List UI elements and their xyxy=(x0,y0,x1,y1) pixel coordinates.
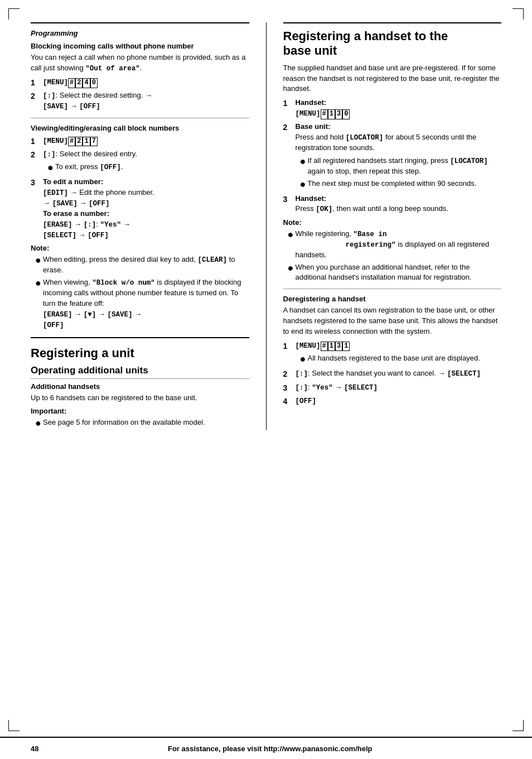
registering-step-3: 3 Handset: Press [OK], then wait until a… xyxy=(283,194,502,215)
reg-step-2-bullet-2: ● The next step must be completed within… xyxy=(300,179,502,189)
right-column: Registering a handset to thebase unit Th… xyxy=(267,22,502,430)
deregistering-intro: A handset can cancel its own registratio… xyxy=(283,305,502,337)
viewing-step-2-bullet-1: ● To exit, press [OFF]. xyxy=(47,162,249,172)
additional-handsets-title: Additional handsets xyxy=(31,382,249,391)
blocking-note-1: ● When editing, press the desired dial k… xyxy=(35,254,249,276)
registering-handset-title: Registering a handset to thebase unit xyxy=(283,29,502,59)
left-column: Programming Blocking incoming calls with… xyxy=(31,22,267,430)
additional-handsets-text: Up to 6 handsets can be registered to th… xyxy=(31,393,249,403)
registering-step-2-bullets: ● If all registered handsets start ringi… xyxy=(300,156,502,189)
corner-mark-bl xyxy=(8,720,20,731)
divider-registering-unit xyxy=(31,337,249,338)
section-title: Programming xyxy=(31,29,249,37)
registering-steps: 1 Handset: [MENU]#130 2 Base unit: Press… xyxy=(283,98,502,214)
divider-deregistering xyxy=(283,289,502,289)
corner-mark-tr xyxy=(512,8,524,20)
important-bullets: ● See page 5 for information on the avai… xyxy=(35,417,249,428)
content-area: Programming Blocking incoming calls with… xyxy=(0,22,532,430)
blocking-note-2: ● When viewing, "Block w/o num" is displ… xyxy=(35,277,249,330)
viewing-steps: 1 [MENU]#217 2 [↕]: Select the desired e… xyxy=(31,136,249,241)
footer-text: For assistance, please visit http://www.… xyxy=(38,744,501,753)
registering-unit-title: Registering a unit xyxy=(31,346,249,361)
note-label-blocking: Note: xyxy=(31,244,249,252)
corner-mark-br xyxy=(512,720,524,731)
deregistering-title: Deregistering a handset xyxy=(283,295,502,303)
registering-note-1: ● While registering, "Base in registerin… xyxy=(288,229,502,261)
registering-note-2: ● When you purchase an additional handse… xyxy=(288,262,502,284)
important-bullet-1-text: See page 5 for information on the availa… xyxy=(43,417,205,428)
registering-notes: ● While registering, "Base in registerin… xyxy=(288,229,502,284)
deregistering-step-2: 2 [↕]: Select the handset you want to ca… xyxy=(283,368,502,380)
registering-step-2: 2 Base unit: Press and hold [LOCATOR] fo… xyxy=(283,122,502,191)
note-label-registering: Note: xyxy=(283,218,502,227)
important-label: Important: xyxy=(31,407,249,415)
top-divider-right xyxy=(283,22,502,23)
blocking-steps: 1 [MENU]#240 2 [↕]: Select the desired s… xyxy=(31,77,249,112)
registering-step-1: 1 Handset: [MENU]#130 xyxy=(283,98,502,119)
viewing-step-2-bullets: ● To exit, press [OFF]. xyxy=(47,162,249,172)
blocking-step-2: 2 [↕]: Select the desired setting. → [SA… xyxy=(31,90,249,112)
deregistering-step-1-bullets: ● All handsets registered to the base un… xyxy=(300,353,502,364)
deregistering-step-4: 4 [OFF] xyxy=(283,396,502,407)
deregistering-steps: 1 [MENU]#131 ● All handsets registered t… xyxy=(283,340,502,407)
top-divider-left xyxy=(31,22,249,23)
dereg-step-1-bullet-1: ● All handsets registered to the base un… xyxy=(300,353,502,364)
reg-step-2-bullet-1: ● If all registered handsets start ringi… xyxy=(300,156,502,177)
important-bullet-1: ● See page 5 for information on the avai… xyxy=(35,417,249,428)
corner-mark-tl xyxy=(8,8,20,20)
deregistering-step-3: 3 [↕]: "Yes" → [SELECT] xyxy=(283,382,502,393)
viewing-step-2: 2 [↕]: Select the desired entry. ● To ex… xyxy=(31,149,249,175)
operating-title: Operating additional units xyxy=(31,365,249,379)
page-number: 48 xyxy=(31,744,38,753)
page: Programming Blocking incoming calls with… xyxy=(0,0,532,759)
divider-viewing xyxy=(31,118,249,118)
blocking-title: Blocking incoming calls without phone nu… xyxy=(31,42,249,50)
deregistering-step-1: 1 [MENU]#131 ● All handsets registered t… xyxy=(283,340,502,367)
blocking-intro: You can reject a call when no phone numb… xyxy=(31,52,249,74)
viewing-title: Viewing/editing/erasing call block numbe… xyxy=(31,124,249,132)
bottom-bar: 48 For assistance, please visit http://w… xyxy=(0,737,532,759)
blocking-step-1: 1 [MENU]#240 xyxy=(31,77,249,88)
registering-intro: The supplied handset and base unit are p… xyxy=(283,63,502,95)
viewing-step-1: 1 [MENU]#217 xyxy=(31,136,249,147)
blocking-notes: ● When editing, press the desired dial k… xyxy=(35,254,249,330)
viewing-step-3: 3 To edit a number: [EDIT] → Edit the ph… xyxy=(31,177,249,241)
